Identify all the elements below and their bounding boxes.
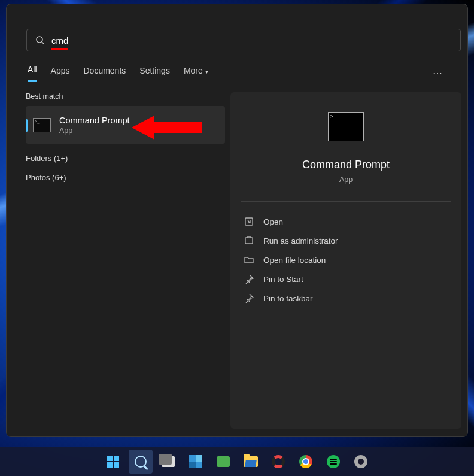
action-pin-taskbar[interactable]: Pin to taskbar <box>244 289 448 308</box>
action-open[interactable]: Open <box>244 212 448 231</box>
search-icon <box>35 35 45 45</box>
category-photos[interactable]: Photos (6+) <box>26 173 225 182</box>
tab-all[interactable]: All <box>28 65 37 82</box>
widgets-button[interactable] <box>184 450 208 474</box>
chrome-icon <box>299 455 312 468</box>
taskbar <box>0 447 474 476</box>
app-icon <box>272 455 285 468</box>
pin-icon <box>244 293 254 303</box>
taskbar-app-1[interactable] <box>266 450 290 474</box>
result-subtitle: App <box>59 126 130 135</box>
result-command-prompt[interactable]: Command Prompt App <box>26 106 225 144</box>
folder-icon <box>244 255 254 265</box>
action-run-admin[interactable]: Run as administrator <box>244 231 448 250</box>
details-title: Command Prompt <box>244 159 448 171</box>
search-box[interactable] <box>26 29 461 51</box>
search-input[interactable] <box>51 35 452 46</box>
details-subtitle: App <box>244 175 448 184</box>
action-label: Pin to taskbar <box>263 294 313 303</box>
filter-tabs: All Apps Documents Settings More▾ <box>28 65 208 82</box>
folder-icon <box>244 456 258 467</box>
spellcheck-underline <box>51 48 68 50</box>
pin-icon <box>244 274 254 284</box>
tab-documents[interactable]: Documents <box>83 66 126 81</box>
spotify-button[interactable] <box>321 450 345 474</box>
action-label: Open <box>263 217 283 226</box>
action-label: Open file location <box>263 256 326 265</box>
task-view-button[interactable] <box>156 450 180 474</box>
divider <box>241 201 451 202</box>
results-column: Best match Command Prompt App Folders (1… <box>26 92 225 182</box>
task-view-icon <box>162 456 175 467</box>
action-pin-start[interactable]: Pin to Start <box>244 269 448 289</box>
taskbar-search-button[interactable] <box>129 450 153 474</box>
shield-icon <box>244 236 254 245</box>
action-label: Pin to Start <box>263 275 303 284</box>
gear-icon <box>354 455 367 468</box>
selection-indicator <box>26 119 28 132</box>
start-button[interactable] <box>101 450 125 474</box>
overflow-menu[interactable]: ⋯ <box>433 68 443 79</box>
settings-button[interactable] <box>349 450 373 474</box>
tab-more[interactable]: More▾ <box>184 66 208 81</box>
svg-rect-4 <box>245 238 253 244</box>
spotify-icon <box>327 455 340 468</box>
category-folders[interactable]: Folders (1+) <box>26 154 225 163</box>
widgets-icon <box>189 455 202 468</box>
action-open-location[interactable]: Open file location <box>244 250 448 269</box>
command-prompt-icon <box>33 118 51 132</box>
svg-line-1 <box>42 42 44 44</box>
windows-icon <box>107 456 119 468</box>
text-caret <box>68 33 68 46</box>
details-pane: Command Prompt App Open Run as administr… <box>230 92 461 429</box>
best-match-label: Best match <box>26 92 225 101</box>
file-explorer-button[interactable] <box>239 450 263 474</box>
tab-apps[interactable]: Apps <box>51 66 70 81</box>
chevron-down-icon: ▾ <box>205 68 208 75</box>
chat-button[interactable] <box>211 450 235 474</box>
search-icon <box>135 456 147 468</box>
chrome-button[interactable] <box>294 450 318 474</box>
chat-icon <box>217 456 230 467</box>
tab-settings[interactable]: Settings <box>139 66 170 81</box>
start-search-panel: All Apps Documents Settings More▾ ⋯ Best… <box>6 4 468 437</box>
svg-point-0 <box>37 37 42 43</box>
action-label: Run as administrator <box>263 237 338 245</box>
command-prompt-icon <box>328 112 364 141</box>
result-title: Command Prompt <box>59 115 130 126</box>
open-icon <box>244 217 254 226</box>
